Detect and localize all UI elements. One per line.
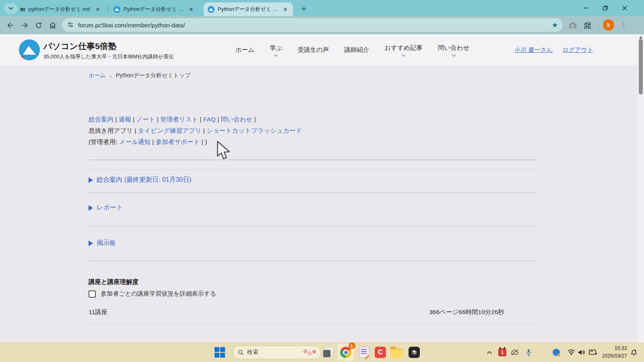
tray-close-overlay[interactable]: ✕ [536,346,546,358]
quick-links-row-2: 息抜き用アプリ | タイピング練習アプリ | ショートカットフラッシュカード [89,125,302,136]
section-label: レポート [97,204,123,212]
taskbar-chrome-button[interactable]: k [337,344,354,361]
tab-portal-1[interactable]: Pythonデータ分析ゼミ ポータルトップ ✕ [109,2,199,16]
home-icon [49,21,57,29]
site-logo-icon[interactable] [19,39,40,60]
task-view-button[interactable] [322,346,334,358]
chevron-down-icon [452,53,456,57]
taskbar-journal-button[interactable] [358,346,370,358]
checkbox-label[interactable]: 参加者ごとの講座学習状況を詳細表示する [101,290,216,298]
taskbar-camtasia-button[interactable]: C [374,346,386,358]
back-button[interactable] [5,20,16,31]
profile-avatar[interactable]: k [603,19,614,31]
tab-portal-2-active[interactable]: Pythonデータ分析ゼミ ポータルトップ ✕ [204,2,293,16]
minimize-icon [583,5,589,11]
camtasia-icon: C [375,347,386,358]
start-button[interactable] [215,347,225,358]
quick-links-row-3: (管理者用: メール通知 | 参加者サポート | ) [89,136,302,148]
section-toggle-board[interactable]: 掲示板 [89,239,116,247]
cube-app-icon [409,347,420,358]
quick-link[interactable]: ショートカットフラッシュカード [206,127,302,134]
tab-close-icon[interactable]: ✕ [188,6,195,13]
quick-link[interactable]: FAQ [203,116,216,123]
breadcrumb-home-link[interactable]: ホーム [89,72,106,79]
divider [89,160,536,160]
section-toggle-general-info[interactable]: 総合案内 (最終更新日: 01月30日) [89,176,192,184]
quick-link[interactable]: メール通知 [119,138,151,145]
close-button[interactable] [617,2,633,14]
tab-search-button[interactable] [4,3,18,14]
quick-link-separator: | [131,116,136,123]
tab-close-icon[interactable]: ✕ [282,6,289,13]
home-button[interactable] [47,20,58,31]
address-bar[interactable]: forum.pc5bai.com/member/python-data/ ★ [62,18,563,32]
nav-item-learn[interactable]: 学ぶ [270,44,282,56]
nav-item-home[interactable]: ホーム [235,46,254,54]
new-tab-button[interactable]: + [298,3,310,14]
quick-link[interactable]: タイピング練習アプリ [138,127,202,134]
screenshot-button[interactable] [568,20,578,31]
taskbar-dark-app-button[interactable] [408,346,420,358]
taskbar-search-box[interactable]: 検索 [233,346,321,359]
user-name-link[interactable]: 小川 慶一さん [514,46,553,54]
tray-volume[interactable] [576,346,587,358]
tab-markdown-file[interactable]: m pythonデータ分析ゼミ.md ✕ [16,2,105,16]
minimize-button[interactable] [578,2,594,14]
tray-hidden-icons-button[interactable] [485,346,494,358]
breadcrumb-separator-icon: › [110,72,112,79]
nav-item-contact[interactable]: 問い合わせ [438,44,470,56]
screen: m pythonデータ分析ゼミ.md ✕ Pythonデータ分析ゼミ ポータルト… [0,0,644,362]
nav-item-student-voices[interactable]: 受講生の声 [298,46,329,54]
bookmark-star-icon[interactable]: ★ [552,21,558,29]
extensions-button[interactable] [582,20,592,31]
search-highlight-decoration[interactable] [303,350,316,355]
triangle-right-icon [89,177,93,183]
search-placeholder: 検索 [247,349,300,356]
quick-link[interactable]: ノート [136,116,155,123]
quick-link[interactable]: 参加者サポート [156,138,200,145]
tab-close-icon[interactable]: ✕ [94,6,101,13]
url-text[interactable]: forum.pc5bai.com/member/python-data/ [78,22,548,29]
x-icon: ✕ [538,348,544,357]
search-icon [238,350,244,356]
quick-link[interactable]: 週報 [119,116,131,123]
quick-link[interactable]: 管理者リスト [160,116,198,123]
nav-item-instructors[interactable]: 講師紹介 [344,46,369,54]
blue-dot-icon [553,349,560,356]
section-label: 総合案内 (最終更新日: 01月30日) [97,176,192,184]
taskbar-explorer-button[interactable] [390,346,402,358]
quick-link[interactable]: 問い合わせ [221,116,253,123]
logout-link[interactable]: ログアウト [562,46,593,54]
tray-onedrive-paused[interactable] [510,346,520,358]
tray-clock[interactable]: 15:32 2025/03/27 [595,345,627,360]
quick-link-separator: | [198,116,203,123]
tray-wifi[interactable] [566,346,576,358]
scrollbar-up-arrow-icon[interactable] [639,36,642,39]
page-scrollbar[interactable] [638,34,644,343]
browser-menu-button[interactable]: ⋮ [620,20,628,31]
divider [89,226,536,226]
quick-link-separator: | ) [200,138,207,145]
detail-display-checkbox[interactable] [89,290,96,298]
puzzle-icon [583,21,591,29]
user-links: 小川 慶一さん ログアウト [514,34,593,66]
bell-sleep-icon: z [630,349,638,356]
tray-notifications[interactable]: z [629,346,639,358]
cloud-slash-icon [510,349,519,356]
restore-button[interactable] [597,2,613,14]
quick-link[interactable]: 総合案内 [89,116,114,123]
tray-microphone[interactable] [524,346,533,358]
site-header: パソコン仕事5倍塾 35,000人を指導した東大卒・元日本IBM社内講師が直伝 … [0,34,638,66]
tab-title: Pythonデータ分析ゼミ ポータルトップ [218,6,279,13]
scrollbar-thumb[interactable] [639,39,643,95]
forward-button[interactable] [19,20,30,31]
nav-item-recommended[interactable]: おすすめ記事 [384,44,422,56]
site-title[interactable]: パソコン仕事5倍塾 [43,41,117,52]
folder-icon [390,348,402,358]
site-info-icon[interactable] [67,21,74,29]
nav-label: 講師紹介 [344,46,369,54]
tray-calendar-badge[interactable]: 1 [497,346,507,358]
reload-button[interactable] [33,20,44,31]
tray-blue-app[interactable] [551,346,561,358]
section-toggle-report[interactable]: レポート [89,204,123,212]
